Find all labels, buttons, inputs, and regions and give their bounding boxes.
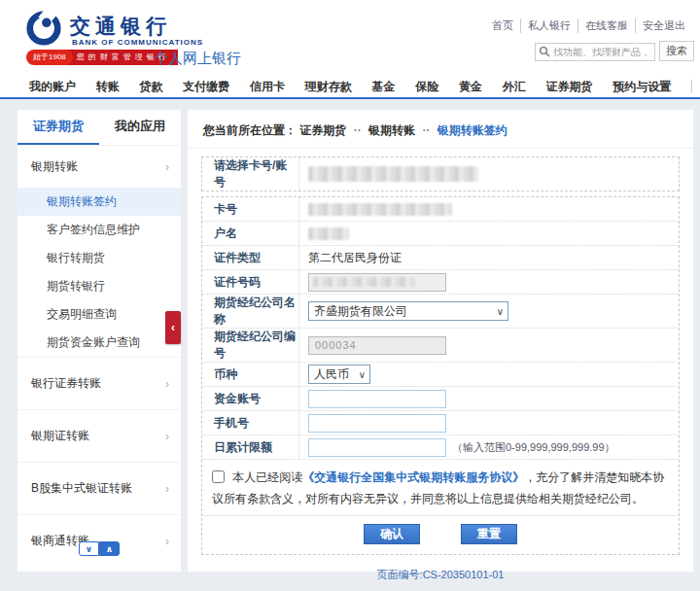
bank-name-english: BANK OF COMMUNICATIONS [72, 38, 203, 47]
futures-company-name-row: 期货经纪公司名称 齐盛期货有限公司 ∨ [202, 295, 679, 329]
sidebar-item-transaction-details[interactable]: 交易明细查询 [18, 300, 181, 329]
chevron-up-icon: ∧ [106, 544, 113, 554]
sidebar: 证券期货 我的应用 银期转账 › 银期转账签约 客户签约信息维护 银行转期货 期… [18, 110, 181, 572]
fund-account-row: 资金账号 [202, 387, 679, 411]
breadcrumb-securities-futures[interactable]: 证券期货 [299, 123, 346, 137]
sidebar-group-bank-futures-securities[interactable]: 银期证转账 › [18, 409, 181, 462]
nav-item-transfer[interactable]: 转账 [96, 79, 120, 95]
search-input[interactable] [535, 43, 655, 61]
agreement-link[interactable]: 《交通银行全国集中式银期转账服务协议》 [302, 470, 524, 484]
nav-item-payments[interactable]: 支付缴费 [183, 79, 229, 95]
search-button[interactable]: 搜索 [659, 41, 694, 61]
bank-logo-icon [25, 10, 62, 47]
breadcrumb-separator: ·· [354, 123, 362, 137]
portal-title: 个人网上银行 [154, 50, 241, 68]
sidebar-item-customer-signing-info[interactable]: 客户签约信息维护 [18, 216, 181, 244]
id-type-value: 第二代居民身份证 [308, 250, 402, 266]
form-table: 卡号 户名 证件类型 第二代居民身份证 证件号码 [201, 196, 680, 555]
top-link-logout[interactable]: 安全退出 [636, 18, 692, 33]
chevron-right-icon: › [165, 160, 169, 174]
agreement-checkbox[interactable] [212, 470, 225, 483]
mobile-label: 手机号 [202, 411, 299, 435]
futures-company-select[interactable]: 齐盛期货有限公司 ∨ [308, 301, 508, 321]
pager-up-button[interactable]: ∧ [99, 541, 120, 556]
futures-company-number-row: 期货经纪公司编号 000034 [202, 329, 679, 363]
card-select-box: 请选择卡号/账号 [201, 156, 680, 191]
currency-selected-value: 人民币 [314, 366, 349, 383]
id-type-label: 证件类型 [202, 246, 299, 269]
sidebar-collapse-handle[interactable]: ‹ [165, 311, 181, 344]
form-actions: 确认 重置 [202, 516, 679, 554]
daily-limit-row: 日累计限额 （输入范围0-99,999,999,999.99） [202, 435, 679, 460]
sidebar-tab-my-apps[interactable]: 我的应用 [99, 110, 181, 145]
pager-down-button[interactable]: ∨ [79, 541, 99, 556]
sidebar-group-b-share-transfer[interactable]: B股集中式银证转账 › [18, 462, 181, 514]
account-name-label: 户名 [202, 222, 299, 245]
daily-limit-input[interactable] [308, 438, 446, 457]
fund-account-label: 资金账号 [202, 387, 299, 410]
nav-item-reservation-settings[interactable]: 预约与设置 [612, 79, 671, 95]
card-number-redacted-value [308, 203, 452, 216]
sidebar-group-bank-futures-transfer[interactable]: 银期转账 › [18, 145, 181, 188]
sidebar-item-bank-to-futures[interactable]: 银行转期货 [18, 244, 181, 272]
fund-account-input[interactable] [308, 390, 446, 408]
top-link-online-service[interactable]: 在线客服 [578, 18, 636, 33]
top-link-private-banking[interactable]: 私人银行 [521, 18, 578, 33]
nav-divider [691, 80, 692, 93]
sidebar-group-bank-securities-transfer[interactable]: 银行证券转账 › [18, 357, 181, 409]
nav-item-insurance[interactable]: 保险 [415, 79, 438, 95]
sidebar-item-futures-to-bank[interactable]: 期货转银行 [18, 272, 181, 300]
search-bar: 搜索 [535, 41, 694, 61]
breadcrumb-prefix: 您当前所在位置： [203, 123, 297, 137]
page-number: 页面编号:CS-20350101-01 [188, 568, 693, 582]
chevron-right-icon: › [165, 535, 169, 548]
currency-label: 币种 [202, 363, 299, 386]
currency-select[interactable]: 人民币 ∨ [308, 365, 370, 384]
daily-limit-note: （输入范围0-99,999,999,999.99） [452, 440, 615, 455]
card-select-redacted-value[interactable] [308, 166, 478, 182]
since-1908-badge: 始于1908 [26, 50, 73, 65]
chevron-left-icon: ‹ [171, 321, 175, 334]
sidebar-tab-securities-futures[interactable]: 证券期货 [18, 110, 99, 145]
futures-company-selected-value: 齐盛期货有限公司 [314, 303, 407, 320]
sidebar-item-futures-fund-account[interactable]: 期货资金账户查询 [18, 329, 181, 357]
futures-company-number-field: 000034 [308, 336, 446, 355]
nav-item-loans[interactable]: 贷款 [140, 79, 163, 95]
agreement-text-prefix: 本人已经阅读 [232, 470, 302, 484]
signing-form: 请选择卡号/账号 卡号 户名 证件类型 第二代居民身份 [201, 156, 680, 555]
chevron-right-icon: › [165, 482, 169, 496]
main-panel: 您当前所在位置： 证券期货 ·· 银期转账 ·· 银期转账签约 请选择卡号/账号 [188, 110, 693, 572]
header: 交通银行 BANK OF COMMUNICATIONS 始于1908 您的财富管… [0, 0, 700, 76]
nav-item-credit-card[interactable]: 信用卡 [250, 79, 285, 95]
id-number-redacted-value [313, 277, 415, 287]
nav-item-forex[interactable]: 外汇 [503, 79, 526, 95]
sidebar-item-bank-futures-signing[interactable]: 银期转账签约 [18, 188, 181, 216]
chevron-right-icon: › [165, 377, 169, 391]
account-name-redacted-value [308, 227, 349, 240]
id-type-row: 证件类型 第二代居民身份证 [202, 246, 679, 270]
page: 交通银行 BANK OF COMMUNICATIONS 始于1908 您的财富管… [0, 0, 700, 591]
card-number-label: 卡号 [202, 197, 299, 221]
nav-item-funds[interactable]: 基金 [372, 79, 396, 95]
mobile-input[interactable] [308, 414, 446, 433]
sidebar-pager: ∨ ∧ [79, 541, 120, 556]
id-number-label: 证件号码 [202, 270, 299, 294]
breadcrumb-bank-futures-transfer[interactable]: 银期转账 [368, 123, 415, 137]
main-nav: 我的账户 转账 贷款 支付缴费 信用卡 理财存款 基金 保险 黄金 外汇 证券期… [0, 76, 700, 99]
mobile-row: 手机号 [202, 411, 679, 435]
top-links: 首页 私人银行 在线客服 安全退出 [485, 18, 692, 33]
breadcrumb: 您当前所在位置： 证券期货 ·· 银期转账 ·· 银期转账签约 [188, 110, 693, 149]
top-link-home[interactable]: 首页 [485, 18, 521, 33]
sidebar-submenu: 银期转账签约 客户签约信息维护 银行转期货 期货转银行 交易明细查询 期货资金账… [18, 188, 181, 357]
futures-company-name-label: 期货经纪公司名称 [202, 295, 299, 328]
reset-button[interactable]: 重置 [461, 524, 517, 544]
breadcrumb-current-page: 银期转账签约 [438, 123, 508, 137]
select-arrow-icon: ∨ [497, 306, 504, 317]
confirm-button[interactable]: 确认 [364, 524, 420, 544]
nav-item-wealth-deposits[interactable]: 理财存款 [305, 79, 352, 95]
sidebar-group-yinshangtong-transfer[interactable]: 银商通转账 › [18, 514, 181, 567]
nav-item-securities-futures[interactable]: 证券期货 [546, 79, 593, 95]
nav-item-gold[interactable]: 黄金 [459, 79, 482, 95]
breadcrumb-separator: ·· [422, 123, 430, 137]
nav-item-my-accounts[interactable]: 我的账户 [29, 79, 76, 95]
